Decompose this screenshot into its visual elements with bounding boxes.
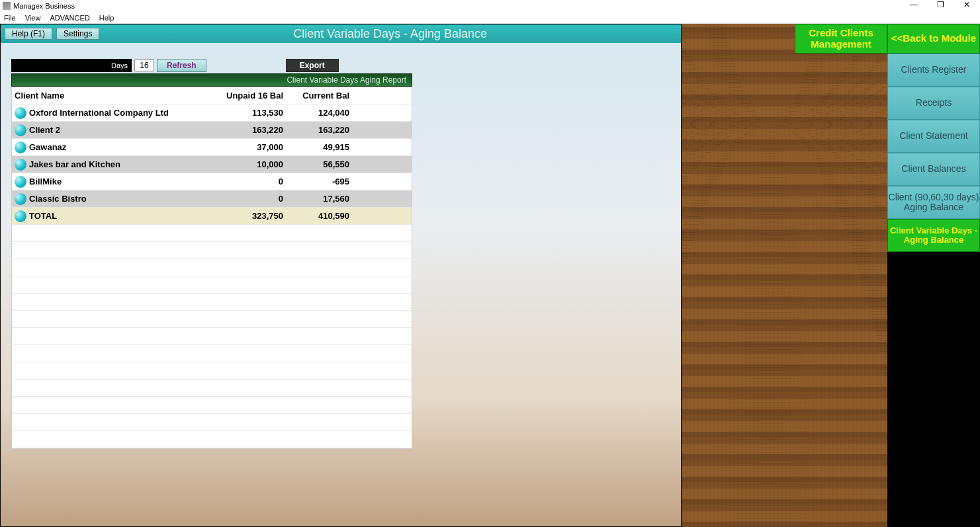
unpaid-value: 10,000 xyxy=(257,159,283,169)
right-nav: Credit Clients Management <<Back to Modu… xyxy=(795,24,980,527)
table-row[interactable]: Gawanaz 37,000 49,915 xyxy=(12,139,412,156)
aging-grid: Client Name Unpaid 16 Bal Current Bal Ox… xyxy=(11,87,412,449)
row-icon xyxy=(15,193,26,205)
nav-empty-area xyxy=(887,252,980,527)
titlebar: Managex Business — ❐ ✕ xyxy=(0,0,980,12)
main-panel: Help (F1) Settings Client Variable Days … xyxy=(0,24,682,527)
menu-view[interactable]: View xyxy=(25,14,41,22)
col-header-unpaid[interactable]: Unpaid 16 Bal xyxy=(184,91,290,101)
row-icon xyxy=(15,159,26,171)
nav-client-balances[interactable]: Client Balances xyxy=(887,153,980,186)
nav-client-statement[interactable]: Client Statement xyxy=(887,120,980,153)
side-background: Credit Clients Management <<Back to Modu… xyxy=(682,24,980,527)
help-button[interactable]: Help (F1) xyxy=(5,28,52,40)
client-name: Client 2 xyxy=(29,125,60,135)
nav-back-module[interactable]: <<Back to Module xyxy=(887,24,980,54)
current-value: 124,040 xyxy=(318,108,349,118)
grid-header-row: Client Name Unpaid 16 Bal Current Bal xyxy=(12,87,412,104)
client-name: Classic Bistro xyxy=(29,194,87,204)
client-name: Jakes bar and Kitchen xyxy=(29,159,120,169)
client-name: Oxford International Company Ltd xyxy=(29,108,169,118)
current-value: -695 xyxy=(332,177,349,186)
row-icon xyxy=(15,124,26,136)
days-label: Days xyxy=(11,59,132,72)
minimize-button[interactable]: — xyxy=(901,0,927,12)
report-band: Client Variable Days Aging Report xyxy=(11,73,412,87)
unpaid-value: 0 xyxy=(279,177,283,186)
client-name: Gawanaz xyxy=(29,142,66,152)
menu-help[interactable]: Help xyxy=(99,14,114,22)
app-title: Managex Business xyxy=(13,2,75,10)
page-toolbar: Help (F1) Settings Client Variable Days … xyxy=(1,24,681,43)
nav-receipts[interactable]: Receipts xyxy=(887,87,980,120)
table-row[interactable]: Jakes bar and Kitchen 10,000 56,550 xyxy=(12,156,412,173)
unpaid-value: 37,000 xyxy=(257,142,283,152)
unpaid-value: 0 xyxy=(279,194,283,204)
client-name: BillMike xyxy=(29,177,62,186)
row-icon xyxy=(15,210,26,222)
total-unpaid: 323,750 xyxy=(252,211,283,221)
close-button[interactable]: ✕ xyxy=(954,0,980,12)
refresh-button[interactable]: Refresh xyxy=(157,59,206,72)
col-header-current[interactable]: Current Bal xyxy=(290,91,356,101)
current-value: 56,550 xyxy=(323,159,349,169)
total-label: TOTAL xyxy=(29,211,57,221)
table-row[interactable]: BillMike 0 -695 xyxy=(12,173,412,190)
current-value: 49,915 xyxy=(323,142,349,152)
table-row[interactable]: Client 2 163,220 163,220 xyxy=(12,122,412,139)
menu-advanced[interactable]: ADVANCED xyxy=(50,14,89,22)
settings-button[interactable]: Settings xyxy=(56,28,99,40)
table-row[interactable]: Classic Bistro 0 17,560 xyxy=(12,190,412,208)
export-button[interactable]: Export xyxy=(286,59,339,72)
menu-file[interactable]: File xyxy=(4,14,16,22)
days-input[interactable] xyxy=(134,60,154,71)
total-row: TOTAL 323,750 410,590 xyxy=(12,208,412,225)
window-controls: — ❐ ✕ xyxy=(901,0,980,12)
nav-client-aging-906030[interactable]: Client (90,60,30 days) Aging Balance xyxy=(887,186,980,219)
app-icon xyxy=(3,2,11,10)
col-header-name[interactable]: Client Name xyxy=(12,91,184,101)
filter-row: Days Refresh Export xyxy=(11,59,681,72)
unpaid-value: 163,220 xyxy=(252,125,283,135)
maximize-button[interactable]: ❐ xyxy=(927,0,954,12)
row-icon xyxy=(15,107,26,119)
unpaid-value: 113,530 xyxy=(252,108,283,118)
row-icon xyxy=(15,142,26,153)
nav-client-variable-days-active[interactable]: Client Variable Days - Aging Balance xyxy=(887,219,980,252)
page-title: Client Variable Days - Aging Balance xyxy=(99,27,681,41)
total-current: 410,590 xyxy=(318,211,349,221)
row-icon xyxy=(15,176,26,188)
nav-credit-clients[interactable]: Credit Clients Management xyxy=(795,24,887,54)
nav-clients-register[interactable]: Clients Register xyxy=(887,54,980,87)
current-value: 17,560 xyxy=(323,194,349,204)
table-row[interactable]: Oxford International Company Ltd 113,530… xyxy=(12,104,412,122)
current-value: 163,220 xyxy=(318,125,349,135)
menubar: File View ADVANCED Help xyxy=(0,12,980,24)
